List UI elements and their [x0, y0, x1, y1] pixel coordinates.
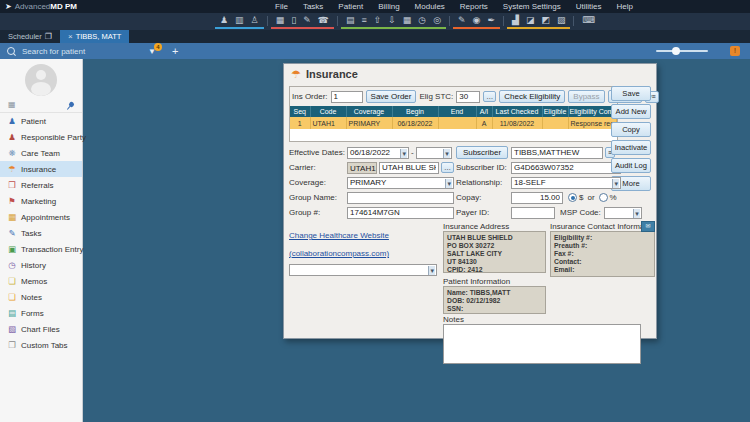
- sidebar-item-care-team[interactable]: ❋ Care Team: [0, 145, 82, 161]
- group-number-label: Group #:: [289, 208, 347, 217]
- sidebar-item-history[interactable]: ◷ History: [0, 257, 82, 273]
- sidebar-item-responsible-party[interactable]: ♟ Responsible Party: [0, 129, 82, 145]
- address-book-icon[interactable]: ▯: [291, 15, 296, 25]
- menu-help[interactable]: Help: [616, 2, 632, 11]
- menu-tasks[interactable]: Tasks: [303, 2, 323, 11]
- elig-stc-input[interactable]: [456, 91, 480, 103]
- clock-icon[interactable]: ◷: [418, 15, 426, 25]
- document-search-icon[interactable]: ◎: [433, 15, 441, 25]
- website-select[interactable]: [289, 264, 437, 276]
- patient-search-bar: ▼ 4 + !: [0, 43, 750, 59]
- add-new-button[interactable]: Add New: [611, 104, 651, 119]
- sidebar-item-chart-files[interactable]: ▧ Chart Files: [0, 321, 82, 337]
- sidebar-item-insurance[interactable]: ☂ Insurance: [0, 161, 82, 177]
- audit-log-button[interactable]: Audit Log: [611, 158, 651, 173]
- menu-system-settings[interactable]: System Settings: [503, 2, 561, 11]
- carrier-browse-button[interactable]: …: [441, 162, 454, 173]
- menu-bar: ➤ AdvancedMD PM File Tasks Patient Billi…: [0, 0, 750, 13]
- phone-icon[interactable]: ☎: [318, 15, 329, 25]
- sidebar-item-transaction-entry[interactable]: ▣ Transaction Entry: [0, 241, 82, 257]
- relationship-select[interactable]: 18-SELF: [511, 177, 621, 189]
- copay-percent-radio[interactable]: [599, 193, 608, 202]
- calculator-icon[interactable]: ▦: [403, 15, 412, 25]
- msp-code-select[interactable]: [604, 207, 642, 219]
- keyboard-icon[interactable]: ⌨: [582, 15, 595, 25]
- insurance-table-row[interactable]: 1 UTAH1 PRIMARY 06/18/2022 A 11/08/2022 …: [290, 117, 617, 129]
- download-icon[interactable]: ⇩: [388, 15, 396, 25]
- copay-input[interactable]: [511, 192, 563, 204]
- carrier-code-box[interactable]: UTAH1: [347, 162, 377, 174]
- report-chart-icon[interactable]: ◪: [526, 15, 535, 25]
- tab-scheduler[interactable]: Scheduler ❐: [0, 30, 60, 43]
- logo-prefix: Advanced: [15, 2, 51, 11]
- sidebar-item-memos[interactable]: ❏ Memos: [0, 273, 82, 289]
- upload-icon[interactable]: ⇧: [374, 15, 382, 25]
- sidebar-item-custom-tabs[interactable]: ❐ Custom Tabs: [0, 337, 82, 353]
- contact-mail-icon[interactable]: ✉: [641, 221, 655, 232]
- group-name-input[interactable]: [347, 192, 454, 204]
- ins-order-input[interactable]: [331, 91, 363, 103]
- document-review-icon[interactable]: ◉: [473, 15, 481, 25]
- scheduler-icon[interactable]: ▦: [276, 15, 285, 25]
- list-icon[interactable]: ≡: [361, 15, 366, 25]
- bypass-button[interactable]: Bypass: [568, 90, 604, 103]
- save-button[interactable]: Save: [611, 86, 651, 101]
- sidebar-item-patient[interactable]: ♟ Patient: [0, 113, 82, 129]
- area-chart-icon[interactable]: ◩: [541, 15, 550, 25]
- copay-dollar-radio[interactable]: [568, 193, 577, 202]
- sidebar-item-tasks[interactable]: ✎ Tasks: [0, 225, 82, 241]
- col-end: End: [438, 106, 476, 117]
- copy-button[interactable]: Copy: [611, 122, 651, 137]
- document-icon[interactable]: ▤: [346, 15, 355, 25]
- sidebar-item-label: Referrals: [21, 181, 53, 190]
- coverage-select[interactable]: PRIMARY: [347, 177, 454, 189]
- pin-icon[interactable]: [68, 101, 75, 108]
- sidebar-item-referrals[interactable]: ❒ Referrals: [0, 177, 82, 193]
- add-patient-button[interactable]: +: [172, 45, 178, 57]
- subscriber-name-input[interactable]: [511, 147, 603, 159]
- sidebar-item-appointments[interactable]: ▦ Appointments: [0, 209, 82, 225]
- carrier-name-input[interactable]: [379, 162, 439, 174]
- toolbar-separator: [503, 16, 504, 26]
- inactivate-button[interactable]: Inactivate: [611, 140, 651, 155]
- signature-icon[interactable]: ✒: [487, 15, 495, 25]
- alert-icon[interactable]: !: [730, 46, 740, 56]
- dates-dash: -: [411, 148, 414, 157]
- change-healthcare-link[interactable]: Change Healthcare Website (collaboration…: [289, 231, 389, 258]
- sidebar-item-notes[interactable]: ❏ Notes: [0, 289, 82, 305]
- elig-stc-browse-button[interactable]: …: [483, 91, 496, 102]
- effective-end-combo[interactable]: [416, 147, 452, 159]
- subscriber-button[interactable]: Subscriber: [456, 146, 508, 159]
- menu-reports[interactable]: Reports: [460, 2, 488, 11]
- close-icon[interactable]: ×: [68, 32, 73, 41]
- filter-icon[interactable]: ▼ 4: [148, 47, 156, 56]
- office-icon[interactable]: ▥: [235, 15, 244, 25]
- menu-patient[interactable]: Patient: [338, 2, 363, 11]
- effective-start-combo[interactable]: 06/18/2022: [347, 147, 409, 159]
- tab-patient-tibbs-matt[interactable]: × TIBBS, MATT: [60, 30, 129, 43]
- group-number-input[interactable]: [347, 207, 454, 219]
- grid-view-icon[interactable]: ▦: [8, 100, 16, 109]
- menu-billing[interactable]: Billing: [378, 2, 399, 11]
- sidebar-item-forms[interactable]: ▤ Forms: [0, 305, 82, 321]
- menu-utilities[interactable]: Utilities: [576, 2, 602, 11]
- pie-chart-icon[interactable]: ▨: [557, 15, 566, 25]
- responsible-party-icon[interactable]: ♙: [251, 15, 259, 25]
- external-link-icon[interactable]: ❐: [45, 32, 52, 41]
- patient-icon[interactable]: ♟: [220, 15, 228, 25]
- zoom-slider[interactable]: [656, 50, 708, 52]
- search-input[interactable]: [20, 46, 134, 57]
- menu-file[interactable]: File: [275, 2, 288, 11]
- bar-chart-icon[interactable]: ▟: [512, 15, 519, 25]
- check-eligibility-button[interactable]: Check Eligibility: [499, 90, 565, 103]
- note-edit-icon[interactable]: ✎: [458, 15, 466, 25]
- notes-textarea[interactable]: [443, 324, 641, 364]
- subscriber-id-input[interactable]: [511, 162, 621, 174]
- patient-edit-icon[interactable]: ✎: [303, 15, 311, 25]
- payer-id-input[interactable]: [511, 207, 555, 219]
- save-order-button[interactable]: Save Order: [366, 90, 417, 103]
- sidebar-item-label: Marketing: [21, 197, 56, 206]
- menu-modules[interactable]: Modules: [415, 2, 445, 11]
- slider-thumb[interactable]: [672, 47, 680, 55]
- sidebar-item-marketing[interactable]: ⚑ Marketing: [0, 193, 82, 209]
